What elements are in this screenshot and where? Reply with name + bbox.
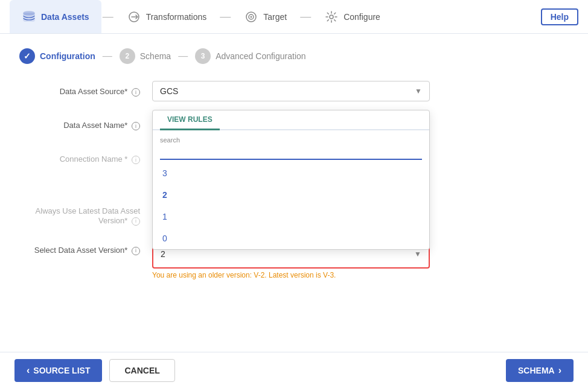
configure-icon xyxy=(324,10,339,24)
dropdown-search-area: search xyxy=(153,130,429,162)
schema-label: SCHEMA xyxy=(518,366,555,375)
transformations-icon xyxy=(127,10,141,24)
step-configuration-label: Configuration xyxy=(40,51,95,61)
dropdown-option-1[interactable]: 1 xyxy=(153,206,429,227)
dropdown-panel: VIEW RULES search 3 2 1 0 xyxy=(152,110,430,250)
step-sep-2: — xyxy=(178,51,188,62)
select-version-chevron-icon: ▼ xyxy=(414,250,421,258)
select-version-info-icon[interactable]: i xyxy=(132,247,140,255)
source-list-button[interactable]: ‹ SOURCE LIST xyxy=(14,359,102,382)
step-advanced-circle: 3 xyxy=(195,48,211,64)
target-icon xyxy=(244,10,258,24)
data-asset-source-chevron-icon: ▼ xyxy=(415,87,422,95)
cancel-button[interactable]: CANCEL xyxy=(109,359,174,382)
step-check-icon: ✓ xyxy=(19,48,35,64)
main-content: ✓ Configuration — 2 Schema — 3 Advanced … xyxy=(0,34,588,352)
always-use-info-icon[interactable]: i xyxy=(132,217,140,226)
step-advanced: 3 Advanced Configuration xyxy=(195,48,305,64)
data-asset-source-select[interactable]: GCS ▼ xyxy=(152,81,430,101)
nav-item-data-assets[interactable]: Data Assets xyxy=(10,0,101,33)
nav-label-data-assets: Data Assets xyxy=(41,12,89,22)
nav-item-transformations[interactable]: Transformations xyxy=(115,0,219,33)
data-asset-source-info-icon[interactable]: i xyxy=(132,88,140,97)
nav-sep-1: — xyxy=(103,10,113,23)
dropdown-option-0[interactable]: 0 xyxy=(153,227,429,249)
nav-label-target: Target xyxy=(263,12,287,22)
data-asset-name-info-icon[interactable]: i xyxy=(132,122,140,130)
version-warning: You are using an older version: V-2. Lat… xyxy=(19,271,569,279)
nav-label-transformations: Transformations xyxy=(146,12,207,22)
connection-name-label: Connection Name * i xyxy=(19,148,152,164)
dropdown-tab-bar: VIEW RULES xyxy=(153,110,429,130)
svg-point-1 xyxy=(24,11,34,15)
data-assets-icon xyxy=(22,10,36,24)
data-asset-name-row: Data Asset Name* i VJ_DS_9999 ▼ VIEW RUL… xyxy=(19,115,569,135)
nav-item-configure[interactable]: Configure xyxy=(312,0,392,33)
nav-label-configure: Configure xyxy=(344,12,380,22)
top-nav: Data Assets — Transformations — Target — xyxy=(0,0,588,34)
source-list-label: SOURCE LIST xyxy=(33,366,90,375)
nav-sep-3: — xyxy=(300,10,311,23)
data-asset-name-label: Data Asset Name* i xyxy=(19,115,152,130)
bottom-bar: ‹ SOURCE LIST CANCEL SCHEMA › xyxy=(0,352,588,388)
always-use-latest-label: Always Use Latest Data Asset Version* i xyxy=(19,200,152,227)
nav-sep-2: — xyxy=(220,10,231,23)
dropdown-options: 3 2 1 0 xyxy=(153,162,429,249)
dropdown-option-2[interactable]: 2 xyxy=(153,184,429,206)
data-asset-source-label: Data Asset Source* i xyxy=(19,81,152,97)
connection-name-info-icon[interactable]: i xyxy=(132,156,140,164)
step-schema-label: Schema xyxy=(140,51,171,61)
step-sep-1: — xyxy=(103,51,112,62)
select-version-value: 2 xyxy=(161,249,165,259)
schema-chevron-right-icon: › xyxy=(558,365,561,376)
svg-point-6 xyxy=(330,15,333,19)
search-label: search xyxy=(160,136,422,144)
nav-item-target[interactable]: Target xyxy=(232,0,299,33)
dropdown-tab-view-rules[interactable]: VIEW RULES xyxy=(160,110,220,130)
data-asset-source-control: GCS ▼ xyxy=(152,81,430,101)
help-button[interactable]: Help xyxy=(541,8,578,25)
data-asset-name-wrapper: VJ_DS_9999 ▼ VIEW RULES search 3 2 1 0 xyxy=(152,115,430,135)
schema-button[interactable]: SCHEMA › xyxy=(506,359,574,382)
data-asset-source-value: GCS xyxy=(160,86,178,96)
dropdown-option-3[interactable]: 3 xyxy=(153,162,429,184)
svg-point-5 xyxy=(251,16,252,17)
source-list-chevron-left-icon: ‹ xyxy=(27,365,30,376)
steps-bar: ✓ Configuration — 2 Schema — 3 Advanced … xyxy=(19,48,569,64)
step-advanced-label: Advanced Configuration xyxy=(216,51,305,61)
select-version-label: Select Data Asset Version* i xyxy=(19,240,152,256)
step-schema-circle: 2 xyxy=(120,48,135,64)
data-asset-source-row: Data Asset Source* i GCS ▼ xyxy=(19,81,569,101)
dropdown-search-input[interactable] xyxy=(160,145,422,160)
step-schema: 2 Schema xyxy=(120,48,171,64)
step-configuration: ✓ Configuration xyxy=(19,48,95,64)
